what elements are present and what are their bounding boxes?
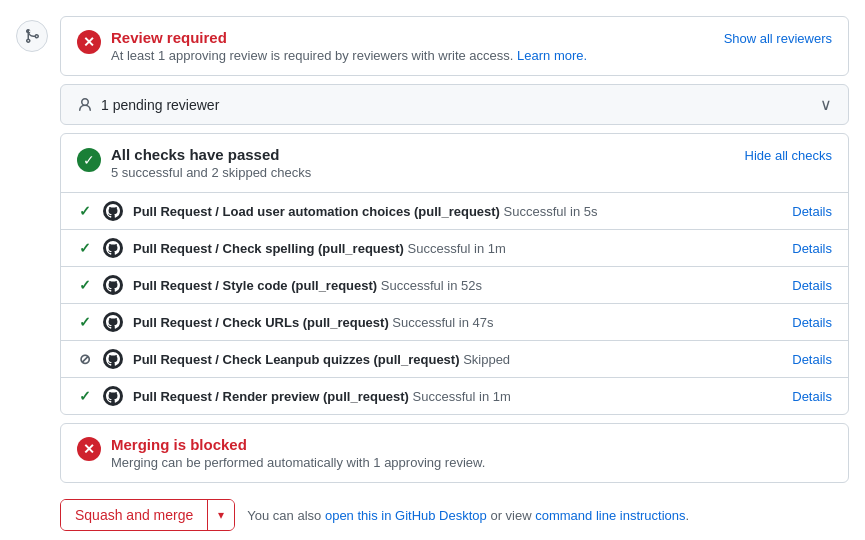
chevron-down-icon[interactable]: ∨: [820, 95, 832, 114]
review-required-left: ✕ Review required At least 1 approving r…: [77, 29, 587, 63]
check-logo-1: [103, 201, 123, 221]
git-merge-icon: [16, 20, 48, 52]
check-name-1: Pull Request / Load user automation choi…: [133, 204, 774, 219]
all-checks-title: All checks have passed: [111, 146, 311, 163]
merge-action-row: Squash and merge ▾ You can also open thi…: [60, 491, 849, 539]
check-logo-2: [103, 238, 123, 258]
review-required-icon: ✕: [77, 30, 101, 54]
review-required-desc: At least 1 approving review is required …: [111, 48, 587, 63]
check-name-3: Pull Request / Style code (pull_request)…: [133, 278, 774, 293]
check-name-4: Pull Request / Check URLs (pull_request)…: [133, 315, 774, 330]
check-status-4: ✓: [77, 314, 93, 330]
merging-blocked-box: ✕ Merging is blocked Merging can be perf…: [60, 423, 849, 483]
pending-reviewer-left: 1 pending reviewer: [77, 97, 219, 113]
open-desktop-link[interactable]: open this in GitHub Desktop: [325, 508, 487, 523]
check-logo-5: [103, 349, 123, 369]
check-logo-3: [103, 275, 123, 295]
merging-blocked-title: Merging is blocked: [111, 436, 485, 453]
squash-merge-button-group: Squash and merge ▾: [60, 499, 235, 531]
check-item-1: ✓ Pull Request / Load user automation ch…: [61, 193, 848, 230]
check-name-5: Pull Request / Check Leanpub quizzes (pu…: [133, 352, 774, 367]
show-all-reviewers-link[interactable]: Show all reviewers: [724, 31, 832, 46]
learn-more-link[interactable]: Learn more.: [517, 48, 587, 63]
merging-blocked-content: Merging is blocked Merging can be perfor…: [111, 436, 485, 470]
check-details-3[interactable]: Details: [792, 278, 832, 293]
pending-reviewer-row: 1 pending reviewer ∨: [60, 84, 849, 125]
check-details-5[interactable]: Details: [792, 352, 832, 367]
squash-merge-dropdown-button[interactable]: ▾: [208, 500, 234, 530]
check-item-5: ⊘ Pull Request / Check Leanpub quizzes (…: [61, 341, 848, 378]
review-required-content: Review required At least 1 approving rev…: [111, 29, 587, 63]
check-details-4[interactable]: Details: [792, 315, 832, 330]
hide-all-checks-link[interactable]: Hide all checks: [745, 148, 832, 163]
check-status-6: ✓: [77, 388, 93, 404]
all-checks-box: ✓ All checks have passed 5 successful an…: [60, 133, 849, 415]
check-name-6: Pull Request / Render preview (pull_requ…: [133, 389, 774, 404]
review-required-title: Review required: [111, 29, 587, 46]
check-details-6[interactable]: Details: [792, 389, 832, 404]
check-logo-4: [103, 312, 123, 332]
command-line-link[interactable]: command line instructions: [535, 508, 685, 523]
review-required-box: ✕ Review required At least 1 approving r…: [60, 16, 849, 76]
check-logo-6: [103, 386, 123, 406]
check-item-3: ✓ Pull Request / Style code (pull_reques…: [61, 267, 848, 304]
check-details-1[interactable]: Details: [792, 204, 832, 219]
merge-action-text: You can also open this in GitHub Desktop…: [247, 508, 689, 523]
all-checks-content: All checks have passed 5 successful and …: [111, 146, 311, 180]
check-details-2[interactable]: Details: [792, 241, 832, 256]
check-item-2: ✓ Pull Request / Check spelling (pull_re…: [61, 230, 848, 267]
pending-reviewer-text: 1 pending reviewer: [101, 97, 219, 113]
check-status-2: ✓: [77, 240, 93, 256]
merging-blocked-desc: Merging can be performed automatically w…: [111, 455, 485, 470]
person-icon: [77, 97, 93, 113]
check-status-5: ⊘: [77, 351, 93, 367]
check-status-3: ✓: [77, 277, 93, 293]
check-name-2: Pull Request / Check spelling (pull_requ…: [133, 241, 774, 256]
main-content: ✕ Review required At least 1 approving r…: [60, 16, 849, 539]
all-checks-icon: ✓: [77, 148, 101, 172]
check-item-4: ✓ Pull Request / Check URLs (pull_reques…: [61, 304, 848, 341]
all-checks-left: ✓ All checks have passed 5 successful an…: [77, 146, 311, 180]
all-checks-header: ✓ All checks have passed 5 successful an…: [61, 134, 848, 193]
check-item-6: ✓ Pull Request / Render preview (pull_re…: [61, 378, 848, 414]
check-status-1: ✓: [77, 203, 93, 219]
sidebar: [16, 16, 60, 539]
all-checks-subtitle: 5 successful and 2 skipped checks: [111, 165, 311, 180]
squash-merge-button[interactable]: Squash and merge: [61, 500, 208, 530]
merging-blocked-icon: ✕: [77, 437, 101, 461]
